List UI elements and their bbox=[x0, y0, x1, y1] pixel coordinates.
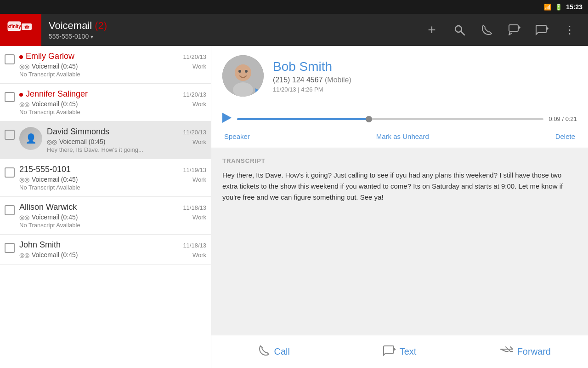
item-voicemail-info: ◎◎ Voicemail (0:45) bbox=[19, 63, 78, 70]
item-transcript: Hey there, Its Dave. How's it going... bbox=[47, 146, 206, 153]
transcript-label: TRANSCRIPT bbox=[222, 157, 577, 164]
item-date: 11/20/13 bbox=[183, 129, 206, 136]
time-display: 0:09 / 0:21 bbox=[549, 115, 577, 122]
item-avatar: 👤 bbox=[19, 127, 42, 150]
list-item[interactable]: 👤 David Simmonds 11/20/13 ◎◎ Voicemail (… bbox=[0, 121, 211, 159]
unread-count: (2) bbox=[95, 20, 107, 31]
transcript-area: TRANSCRIPT Hey there, Its Dave. How's it… bbox=[211, 148, 588, 335]
header-actions: + ⋮ bbox=[423, 21, 588, 39]
item-transcript: No Transcript Available bbox=[19, 222, 206, 229]
contact-info: Bob Smith (215) 124 4567 (Mobile) 11/20/… bbox=[273, 59, 351, 93]
svg-point-14 bbox=[233, 82, 253, 97]
call-button[interactable] bbox=[478, 21, 496, 39]
svg-line-6 bbox=[461, 32, 465, 35]
contact-number: (215) 124 4567 (Mobile) bbox=[273, 76, 351, 84]
detail-panel: Bob Smith (215) 124 4567 (Mobile) 11/20/… bbox=[211, 46, 588, 368]
more-options-button[interactable]: ⋮ bbox=[560, 21, 579, 39]
list-item[interactable]: Allison Warwick 11/18/13 ◎◎ Voicemail (0… bbox=[0, 197, 211, 235]
transcript-text: Hey there, Its Dave. How's it going? Jus… bbox=[222, 170, 577, 203]
list-item[interactable]: 215-555-0101 11/19/13 ◎◎ Voicemail (0:45… bbox=[0, 159, 211, 197]
svg-point-13 bbox=[235, 64, 251, 81]
svg-text:xfinity: xfinity bbox=[7, 24, 21, 29]
app-logo: xfinity ☎ bbox=[0, 14, 41, 46]
app-header: xfinity ☎ Voicemail (2) 555-555-0100 + bbox=[0, 14, 588, 46]
header-phone-number[interactable]: 555-555-0100 bbox=[49, 33, 423, 40]
app-title-text: Voicemail bbox=[49, 20, 95, 31]
svg-text:☎: ☎ bbox=[24, 25, 29, 29]
main-area: Emily Garlow 11/20/13 ◎◎ Voicemail (0:45… bbox=[0, 46, 588, 368]
item-checkbox[interactable] bbox=[5, 92, 15, 102]
progress-bar[interactable] bbox=[237, 118, 543, 120]
new-message-button[interactable] bbox=[505, 21, 524, 39]
contact-header: Bob Smith (215) 124 4567 (Mobile) 11/20/… bbox=[211, 46, 588, 106]
delete-button[interactable]: Delete bbox=[554, 131, 577, 142]
contact-name: Bob Smith bbox=[273, 59, 351, 74]
progress-knob[interactable] bbox=[366, 116, 372, 122]
item-checkbox[interactable] bbox=[5, 54, 15, 64]
item-voicemail-info: ◎◎ Voicemail (0:45) bbox=[19, 100, 78, 108]
text-action-label: Text bbox=[400, 346, 417, 357]
item-name: Jennifer Salinger bbox=[19, 89, 88, 99]
item-transcript: No Transcript Available bbox=[19, 71, 206, 78]
text-action-button[interactable]: Text bbox=[337, 335, 462, 368]
item-content: David Simmonds 11/20/13 ◎◎ Voicemail (0:… bbox=[47, 127, 206, 153]
item-checkbox[interactable] bbox=[5, 205, 15, 215]
item-label: Work bbox=[192, 63, 206, 70]
item-checkbox[interactable] bbox=[5, 130, 15, 140]
item-transcript: No Transcript Available bbox=[19, 109, 206, 115]
header-title-area: Voicemail (2) 555-555-0100 bbox=[41, 20, 423, 40]
status-bar: 📶 🔋 15:23 bbox=[0, 0, 588, 14]
item-content: 215-555-0101 11/19/13 ◎◎ Voicemail (0:45… bbox=[19, 165, 206, 191]
item-name: Allison Warwick bbox=[19, 202, 77, 212]
audio-player: 0:09 / 0:21 Speaker Mark as Unheard Dele… bbox=[211, 106, 588, 148]
mark-unheard-button[interactable]: Mark as Unheard bbox=[374, 131, 431, 142]
item-voicemail-info: ◎◎ Voicemail (0:45) bbox=[47, 138, 105, 145]
item-label: Work bbox=[192, 138, 206, 145]
search-button[interactable] bbox=[450, 21, 469, 39]
app-title: Voicemail (2) bbox=[49, 20, 423, 32]
item-transcript: No Transcript Available bbox=[19, 184, 206, 191]
play-button[interactable] bbox=[222, 113, 232, 125]
item-date: 11/20/13 bbox=[183, 53, 206, 60]
call-action-label: Call bbox=[274, 346, 289, 357]
item-voicemail-info: ◎◎ Voicemail (0:45) bbox=[19, 176, 78, 183]
player-track: 0:09 / 0:21 bbox=[222, 113, 577, 125]
item-voicemail-info: ◎◎ Voicemail (0:45) bbox=[19, 251, 78, 259]
item-checkbox[interactable] bbox=[5, 167, 15, 178]
item-date: 11/18/13 bbox=[183, 242, 206, 249]
new-chat-button[interactable] bbox=[533, 21, 551, 39]
list-item[interactable]: John Smith 11/18/13 ◎◎ Voicemail (0:45) … bbox=[0, 235, 211, 264]
item-name: David Simmonds bbox=[47, 127, 109, 137]
item-label: Work bbox=[192, 101, 206, 108]
bottom-actions: Call Text bbox=[211, 335, 588, 368]
item-checkbox[interactable] bbox=[5, 243, 15, 253]
item-content: Jennifer Salinger 11/20/13 ◎◎ Voicemail … bbox=[19, 89, 206, 115]
forward-action-label: Forward bbox=[517, 346, 551, 357]
list-item[interactable]: Jennifer Salinger 11/20/13 ◎◎ Voicemail … bbox=[0, 84, 211, 121]
call-icon bbox=[258, 345, 270, 359]
item-voicemail-info: ◎◎ Voicemail (0:45) bbox=[19, 213, 78, 221]
contact-avatar bbox=[222, 55, 264, 97]
item-content: Allison Warwick 11/18/13 ◎◎ Voicemail (0… bbox=[19, 202, 206, 229]
svg-point-16 bbox=[245, 70, 248, 73]
svg-rect-7 bbox=[509, 25, 518, 31]
voicemail-list: Emily Garlow 11/20/13 ◎◎ Voicemail (0:45… bbox=[0, 46, 211, 368]
forward-action-button[interactable]: Forward bbox=[463, 335, 588, 368]
item-name: John Smith bbox=[19, 240, 61, 250]
item-label: Work bbox=[192, 214, 206, 221]
add-button[interactable]: + bbox=[423, 21, 441, 39]
item-content: Emily Garlow 11/20/13 ◎◎ Voicemail (0:45… bbox=[19, 52, 206, 78]
item-date: 11/19/13 bbox=[183, 167, 206, 173]
player-controls: Speaker Mark as Unheard Delete bbox=[222, 129, 577, 144]
text-icon bbox=[383, 345, 396, 359]
call-action-button[interactable]: Call bbox=[211, 335, 337, 368]
speaker-button[interactable]: Speaker bbox=[222, 131, 252, 142]
progress-fill bbox=[237, 118, 369, 120]
item-date: 11/18/13 bbox=[183, 204, 206, 211]
list-item[interactable]: Emily Garlow 11/20/13 ◎◎ Voicemail (0:45… bbox=[0, 46, 211, 84]
battery-icon: 🔋 bbox=[555, 4, 562, 11]
item-name: Emily Garlow bbox=[19, 52, 74, 61]
svg-marker-17 bbox=[222, 113, 232, 123]
item-date: 11/20/13 bbox=[183, 91, 206, 98]
wifi-icon: 📶 bbox=[544, 4, 551, 11]
